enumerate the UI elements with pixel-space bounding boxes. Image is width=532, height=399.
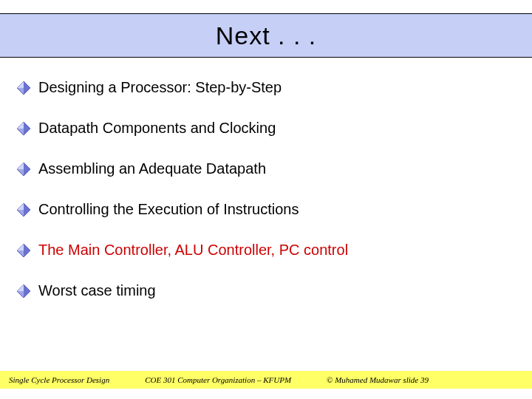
list-item: Worst case timing xyxy=(16,282,516,300)
title-band: Next . . . xyxy=(0,13,532,58)
footer-left: Single Cycle Processor Design xyxy=(9,375,109,384)
bullet-list: Designing a Processor: Step-by-Step Data… xyxy=(16,78,516,322)
diamond-bullet-icon xyxy=(16,243,31,258)
list-item-text: Designing a Processor: Step-by-Step xyxy=(38,78,282,97)
list-item: Designing a Processor: Step-by-Step xyxy=(16,78,516,97)
list-item: The Main Controller, ALU Controller, PC … xyxy=(16,241,516,259)
diamond-bullet-icon xyxy=(16,121,31,136)
list-item-text: Worst case timing xyxy=(38,282,156,300)
slide-title: Next . . . xyxy=(216,21,317,50)
diamond-bullet-icon xyxy=(16,81,31,95)
list-item: Assembling an Adequate Datapath xyxy=(16,160,516,178)
footer-right: © Muhamed Mudawar slide 39 xyxy=(327,375,429,384)
list-item: Controlling the Execution of Instruction… xyxy=(16,200,516,219)
list-item-text: Controlling the Execution of Instruction… xyxy=(38,200,299,219)
list-item-text: The Main Controller, ALU Controller, PC … xyxy=(38,241,348,259)
diamond-bullet-icon xyxy=(16,284,31,299)
diamond-bullet-icon xyxy=(16,202,31,217)
list-item-text: Datapath Components and Clocking xyxy=(38,119,276,137)
list-item-text: Assembling an Adequate Datapath xyxy=(38,160,266,178)
list-item: Datapath Components and Clocking xyxy=(16,119,516,137)
diamond-bullet-icon xyxy=(16,162,31,177)
slide-footer: Single Cycle Processor Design COE 301 Co… xyxy=(0,371,532,389)
footer-center: COE 301 Computer Organization – KFUPM xyxy=(145,375,291,384)
